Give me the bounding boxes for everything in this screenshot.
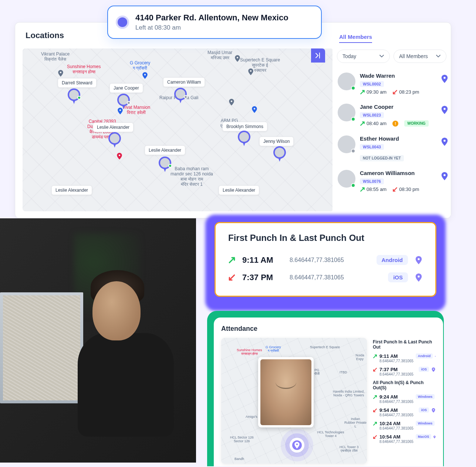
punch-time: 7:37 PM — [379, 367, 416, 372]
arrow-out-icon — [392, 90, 398, 95]
map-pin-label[interactable]: Jenny Wilson — [259, 137, 294, 146]
time-out: 08:30 pm — [392, 187, 419, 192]
member-row[interactable]: Esther Howard WSL0043 NOT LOGGED-IN YET — [332, 131, 451, 165]
map[interactable]: Vikrant Palace विक्रांत पैलेसSunshine Ho… — [23, 48, 333, 211]
location-pin-icon[interactable] — [440, 172, 449, 180]
status-badge-working: WORKING — [404, 120, 428, 127]
map-pin-label[interactable]: Leslie Alexander — [93, 122, 134, 132]
punch-row: 7:37 PM 8.646447,77.381065 iOS — [228, 269, 423, 286]
date-filter-label: Today — [342, 53, 356, 59]
punch-time: 7:37 PM — [242, 273, 283, 282]
punch-time: 9:11 AM — [379, 353, 413, 359]
map-member-pin[interactable] — [108, 132, 121, 149]
map-pin-label[interactable]: Leslie Alexander — [145, 145, 185, 155]
map-member-pin[interactable] — [174, 88, 187, 105]
platform-badge: iOS — [419, 367, 429, 372]
avatar — [338, 135, 355, 153]
avatar — [338, 104, 355, 121]
attendance-punch-row[interactable]: 9:11 AM 8.646447,77.381065 Android — [373, 353, 436, 363]
member-id-badge: WSL0076 — [360, 178, 384, 184]
arrow-in-icon — [360, 121, 365, 126]
location-pin-icon[interactable] — [440, 75, 449, 83]
location-pin-icon[interactable] — [415, 273, 423, 282]
location-dot-icon — [118, 17, 127, 27]
location-pin-icon[interactable] — [440, 106, 449, 114]
location-pin-icon — [435, 354, 436, 359]
location-pin-icon — [431, 367, 436, 372]
expand-sidebar-button[interactable] — [311, 48, 325, 63]
member-photo-popup: ✕ — [258, 357, 314, 427]
location-pin-icon — [431, 408, 436, 413]
attendance-map-label: HCL Sector 126 Sector 126 — [230, 436, 254, 443]
arrow-out-icon — [228, 274, 236, 281]
map-pin-label[interactable]: Leslie Alexander — [51, 185, 92, 195]
attendance-title: Attendance — [221, 325, 436, 333]
member-name: Wade Warren — [360, 73, 446, 79]
tab-all-members[interactable]: All Members — [339, 34, 372, 43]
map-member-pin[interactable] — [238, 131, 250, 148]
status-badge-notlogged: NOT LOGGED-IN YET — [360, 155, 404, 161]
attendance-panel: Attendance Sunshine Homes सनशाइन होम्सG … — [214, 318, 443, 466]
members-filter-select[interactable]: All Members — [394, 50, 446, 63]
punch-first-last-title: First Punch In & Last Punch Out — [373, 339, 436, 350]
member-row[interactable]: Jane Cooper WSL0023 08:40 am!WORKING — [332, 99, 451, 131]
punch-coords: 8.646447,77.381065 — [379, 372, 416, 376]
map-poi-icon — [142, 72, 148, 79]
arrow-out-icon — [373, 435, 377, 439]
map-poi-icon — [57, 70, 64, 77]
arrow-in-icon — [373, 395, 377, 399]
map-poi-icon — [251, 106, 258, 113]
map-pin-label[interactable]: Jane Cooper — [109, 83, 143, 93]
time-out: 08:23 pm — [392, 89, 419, 95]
attendance-map-label: Noida Expy — [353, 353, 367, 361]
attendance-punch-row[interactable]: 10:54 AM 8.646447,77.381065 MacOS — [373, 434, 436, 444]
map-pin-label[interactable]: Brooklyn Simmons — [222, 122, 267, 131]
map-pin-label[interactable]: Darrell Steward — [58, 78, 97, 88]
location-pin-icon[interactable] — [440, 138, 449, 146]
warning-icon: ! — [392, 121, 398, 127]
map-poi-icon — [228, 99, 235, 105]
member-row[interactable]: Wade Warren WSL0002 09:30 am08:23 pm — [332, 68, 451, 99]
punch-row: 9:11 AM 8.646447,77.381065 Android — [228, 251, 423, 269]
arrow-out-icon — [392, 187, 398, 192]
address-line: 4140 Parker Rd. Allentown, New Mexico — [135, 13, 288, 23]
map-pin-label[interactable]: Cameron William — [163, 77, 205, 87]
member-row[interactable]: Cameron Williamson WSL0076 08:55 am08:30… — [332, 165, 451, 196]
attendance-map-label: HCL Tower 3 एचसीएल टॉवर — [340, 445, 359, 453]
map-member-pin[interactable] — [68, 88, 80, 105]
map-poi-icon — [247, 68, 254, 75]
attendance-wrap: Attendance Sunshine Homes सनशाइन होम्सG … — [207, 311, 444, 466]
punch-coords: 8.646447,77.381065 — [379, 440, 413, 444]
punch-time: 9:11 AM — [242, 255, 283, 265]
current-location-pin[interactable] — [290, 438, 304, 453]
platform-badge: MacOS — [416, 434, 432, 439]
platform-badge: iOS — [419, 407, 429, 413]
platform-badge: Windows — [416, 394, 435, 399]
punch-time: 9:54 AM — [379, 407, 416, 413]
attendance-punch-row[interactable]: 9:54 AM 8.646447,77.381065 iOS — [373, 407, 436, 417]
attendance-punch-row[interactable]: 7:37 PM 8.646447,77.381065 iOS — [373, 367, 436, 376]
chevron-down-icon — [436, 54, 441, 59]
attendance-punch-row[interactable]: 10:24 AM 8.646447,77.381065 Windows — [373, 421, 436, 430]
expand-icon — [315, 52, 321, 59]
map-member-pin[interactable] — [159, 157, 171, 174]
map-pin-label[interactable]: Leslie Alexander — [219, 185, 259, 195]
attendance-punch-row[interactable]: 9:24 AM 8.646447,77.381065 Windows — [373, 394, 436, 404]
punch-time: 10:54 AM — [379, 434, 413, 440]
map-member-pin[interactable] — [117, 94, 130, 111]
punch-coords: 8.646447,77.381065 — [379, 359, 413, 363]
date-filter-select[interactable]: Today — [337, 50, 390, 63]
map-place-label: Vikrant Palace विक्रांत पैलेस — [41, 51, 70, 62]
location-pin-icon[interactable] — [415, 256, 423, 264]
decorative-photo — [0, 218, 196, 463]
map-member-pin[interactable] — [273, 146, 286, 163]
attendance-map[interactable]: Sunshine Homes सनशाइन होम्सG Grocery ग ग… — [221, 338, 367, 464]
attendance-side-list: First Punch In & Last Punch Out 9:11 AM … — [373, 338, 436, 464]
punch-coords: 8.646447,77.381065 — [290, 274, 381, 281]
member-name: Esther Howard — [360, 135, 446, 142]
attendance-map-label: ITBD — [340, 370, 347, 374]
member-name: Jane Cooper — [360, 104, 446, 110]
attendance-map-label: Supertech E Square — [310, 345, 340, 349]
punch-coords: 8.646447,77.381065 — [379, 413, 416, 417]
map-poi-icon — [116, 153, 123, 159]
